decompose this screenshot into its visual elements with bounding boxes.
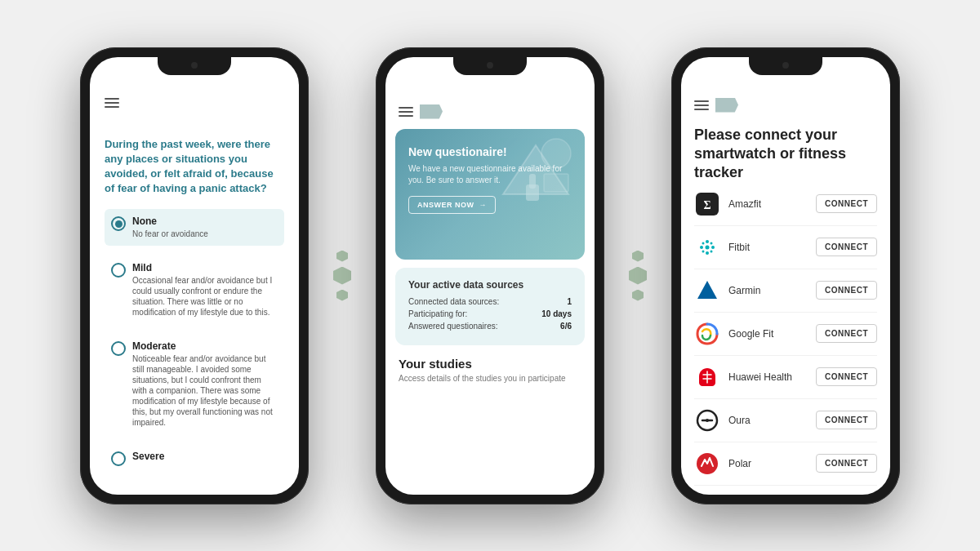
data-sources-card: Your active data sources Connected data … bbox=[395, 268, 585, 345]
tracker-fitbit-left: Fitbit bbox=[694, 234, 750, 260]
data-sources-title: Your active data sources bbox=[408, 279, 572, 291]
googlefit-connect-button[interactable]: CONNECT bbox=[816, 324, 877, 343]
amazfit-connect-button[interactable]: CONNECT bbox=[816, 194, 877, 213]
huawei-connect-button[interactable]: CONNECT bbox=[816, 367, 877, 386]
hex-large-2 bbox=[629, 267, 647, 285]
option-mild-text: Mild Occasional fear and/or avoidance bu… bbox=[132, 262, 278, 318]
garmin-icon bbox=[694, 278, 720, 304]
svg-point-15 bbox=[702, 250, 705, 252]
tracker-oura: Oura CONNECT bbox=[694, 399, 877, 442]
svg-point-13 bbox=[702, 242, 705, 244]
tracker-huawei-left: Huawei Health bbox=[694, 364, 792, 390]
radio-moderate bbox=[111, 341, 126, 356]
svg-point-14 bbox=[710, 242, 713, 244]
option-severe-label: Severe bbox=[132, 451, 164, 462]
radio-severe bbox=[111, 451, 126, 466]
menu-icon-3[interactable] bbox=[694, 100, 709, 110]
option-mild-label: Mild bbox=[132, 262, 278, 273]
banner-description: We have a new questionnaire available fo… bbox=[408, 163, 572, 186]
option-moderate-desc: Noticeable fear and/or avoidance but sti… bbox=[132, 353, 278, 428]
phone-3-notch bbox=[749, 57, 822, 75]
garmin-connect-button[interactable]: CONNECT bbox=[816, 281, 877, 300]
tracker-garmin-left: Garmin bbox=[694, 278, 760, 304]
amazfit-icon: Σ bbox=[694, 191, 720, 217]
svg-point-11 bbox=[711, 246, 715, 249]
withings-icon bbox=[694, 494, 720, 495]
option-none[interactable]: None No fear or avoidance bbox=[105, 209, 284, 246]
option-none-desc: No fear or avoidance bbox=[132, 229, 208, 239]
studies-section: Your studies Access details of the studi… bbox=[385, 357, 595, 383]
tracker-huawei: Huawei Health CONNECT bbox=[694, 356, 877, 399]
svg-point-10 bbox=[700, 246, 703, 249]
tracker-amazfit-left: Σ Amazfit bbox=[694, 191, 761, 217]
phone-2: New questionaire! We have a new question… bbox=[376, 47, 604, 504]
menu-icon[interactable] bbox=[105, 98, 284, 108]
svg-point-9 bbox=[706, 245, 710, 249]
svg-marker-17 bbox=[697, 281, 717, 299]
answer-btn-arrow: → bbox=[479, 201, 488, 209]
data-row-0: Connected data sources: 1 bbox=[408, 297, 572, 306]
studies-description: Access details of the studies you in par… bbox=[399, 374, 581, 383]
svg-point-8 bbox=[706, 240, 709, 243]
tracker-fitbit: Fitbit CONNECT bbox=[694, 226, 877, 269]
hex-small-4 bbox=[632, 290, 644, 301]
question-text: During the past week, were there any pla… bbox=[105, 137, 284, 197]
banner-title: New questionaire! bbox=[408, 145, 572, 158]
tracker-list: Σ Amazfit CONNECT bbox=[694, 183, 877, 495]
fitbit-connect-button[interactable]: CONNECT bbox=[816, 238, 877, 256]
menu-icon-2[interactable] bbox=[399, 107, 413, 117]
amazfit-name: Amazfit bbox=[728, 198, 761, 210]
hex-small-1 bbox=[336, 251, 348, 262]
hex-small-2 bbox=[336, 290, 348, 301]
phone-1: During the past week, were there any pla… bbox=[80, 47, 309, 504]
data-value-0: 1 bbox=[567, 297, 572, 306]
tracker-polar-left: Polar bbox=[694, 451, 751, 477]
banner-card: New questionaire! We have a new question… bbox=[395, 129, 585, 260]
screen2-content: New questionaire! We have a new question… bbox=[385, 57, 595, 396]
option-moderate[interactable]: Moderate Noticeable fear and/or avoidanc… bbox=[105, 334, 284, 434]
option-severe[interactable]: Severe bbox=[105, 444, 284, 473]
polar-connect-button[interactable]: CONNECT bbox=[816, 454, 877, 473]
huawei-icon bbox=[694, 364, 720, 390]
fitbit-icon bbox=[694, 234, 720, 260]
connector-1 bbox=[333, 251, 351, 301]
answer-now-button[interactable]: ANSWER NOW → bbox=[408, 196, 496, 214]
phone-2-screen: New questionaire! We have a new question… bbox=[385, 57, 595, 495]
tracker-googlefit: Google Fit CONNECT bbox=[694, 313, 877, 356]
radio-mild bbox=[111, 263, 126, 278]
screen1-content: During the past week, were there any pla… bbox=[90, 57, 299, 495]
huawei-name: Huawei Health bbox=[728, 371, 792, 383]
oura-connect-button[interactable]: CONNECT bbox=[816, 411, 877, 429]
data-label-2: Answered questionaires: bbox=[408, 322, 498, 331]
option-mild[interactable]: Mild Occasional fear and/or avoidance bu… bbox=[105, 256, 284, 324]
tracker-withings: Withings CONNECT bbox=[694, 486, 877, 495]
svg-point-16 bbox=[710, 250, 713, 252]
fitbit-name: Fitbit bbox=[728, 242, 750, 253]
screen2-header bbox=[385, 98, 595, 129]
tracker-polar: Polar CONNECT bbox=[694, 442, 877, 486]
phone-2-notch bbox=[453, 57, 527, 75]
svg-point-20 bbox=[706, 419, 709, 422]
tracker-garmin: Garmin CONNECT bbox=[694, 269, 877, 313]
data-value-1: 10 days bbox=[541, 309, 572, 318]
breadcrumb-arrow-2 bbox=[420, 104, 443, 119]
connector-2 bbox=[629, 251, 647, 301]
oura-name: Oura bbox=[728, 415, 751, 426]
svg-point-12 bbox=[706, 251, 709, 255]
data-value-2: 6/6 bbox=[560, 322, 572, 331]
googlefit-name: Google Fit bbox=[728, 328, 773, 340]
breadcrumb-arrow-3 bbox=[715, 98, 738, 113]
studies-title: Your studies bbox=[399, 357, 581, 371]
garmin-name: Garmin bbox=[728, 285, 760, 296]
googlefit-icon bbox=[694, 321, 720, 347]
option-none-label: None bbox=[132, 216, 208, 227]
polar-icon bbox=[694, 451, 720, 477]
phone-1-notch bbox=[158, 57, 231, 75]
data-row-1: Participating for: 10 days bbox=[408, 309, 572, 318]
radio-none bbox=[111, 216, 126, 231]
hex-small-3 bbox=[632, 251, 644, 262]
data-label-0: Connected data sources: bbox=[408, 297, 499, 306]
svg-text:Σ: Σ bbox=[703, 199, 710, 211]
oura-icon bbox=[694, 407, 720, 433]
phone-3: Please connect your smartwatch or fitnes… bbox=[671, 47, 900, 504]
